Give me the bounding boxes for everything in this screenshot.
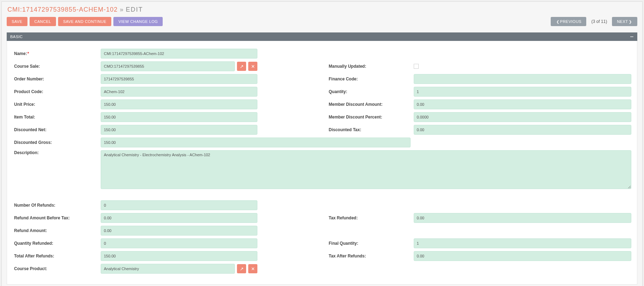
- save-and-continue-button[interactable]: SAVE AND CONTINUE: [58, 17, 111, 26]
- course-sale-lookup-button[interactable]: ↗: [237, 62, 246, 71]
- arrow-icon: ↗: [240, 64, 244, 69]
- label-refund-amount-before-tax: Refund Amount Before Tax:: [13, 215, 97, 220]
- page-subtitle: EDIT: [126, 6, 143, 13]
- label-discounted-gross: Discounted Gross:: [13, 140, 97, 145]
- save-button[interactable]: SAVE: [7, 17, 27, 26]
- label-order-number: Order Number:: [13, 77, 97, 81]
- product-code-field[interactable]: [101, 87, 257, 97]
- label-finance-code: Finance Code:: [327, 77, 410, 81]
- chevron-right-icon: ❯: [629, 20, 632, 24]
- order-number-field[interactable]: [101, 74, 257, 84]
- page-title-row: CMI:17147297539855-ACHEM-102 » EDIT: [7, 6, 637, 13]
- page-title: CMI:17147297539855-ACHEM-102: [7, 6, 118, 13]
- member-discount-percent-field[interactable]: [414, 112, 632, 122]
- item-total-field[interactable]: [101, 112, 257, 122]
- name-field[interactable]: [101, 49, 257, 59]
- course-product-clear-button[interactable]: ✕: [248, 264, 257, 273]
- section-header-basic[interactable]: BASIC −: [7, 32, 637, 41]
- next-button[interactable]: NEXT❯: [612, 17, 637, 26]
- arrow-icon: ↗: [240, 266, 244, 272]
- member-discount-amount-field[interactable]: [414, 99, 632, 109]
- course-sale-clear-button[interactable]: ✕: [248, 62, 257, 71]
- cancel-button[interactable]: CANCEL: [30, 17, 56, 26]
- label-discounted-tax: Discounted Tax:: [327, 127, 410, 132]
- label-tax-after-refunds: Tax After Refunds:: [327, 254, 410, 258]
- discounted-tax-field[interactable]: [414, 125, 632, 135]
- pager-label: (3 of 11): [588, 19, 610, 24]
- unit-price-field[interactable]: [101, 99, 257, 109]
- view-change-log-button[interactable]: VIEW CHANGE LOG: [113, 17, 163, 26]
- total-after-refunds-field[interactable]: [101, 251, 257, 261]
- label-tax-refunded: Tax Refunded:: [327, 215, 410, 220]
- tax-refunded-field[interactable]: [414, 213, 632, 223]
- label-refund-amount: Refund Amount:: [13, 228, 97, 233]
- section-title: BASIC: [10, 35, 23, 39]
- label-course-product: Course Product:: [13, 266, 97, 271]
- label-unit-price: Unit Price:: [13, 102, 97, 107]
- label-total-after-refunds: Total After Refunds:: [13, 254, 97, 258]
- label-item-total: Item Total:: [13, 115, 97, 120]
- label-name: Name:*: [13, 51, 97, 56]
- toolbar: SAVE CANCEL SAVE AND CONTINUE VIEW CHANG…: [7, 17, 637, 26]
- quantity-refunded-field[interactable]: [101, 238, 257, 248]
- close-icon: ✕: [251, 266, 255, 272]
- label-manually-updated: Manually Updated:: [327, 64, 410, 69]
- final-quantity-field[interactable]: [414, 238, 632, 248]
- label-discounted-net: Discounted Net:: [13, 127, 97, 132]
- label-final-quantity: Final Quantity:: [327, 241, 410, 246]
- discounted-net-field[interactable]: [101, 125, 257, 135]
- breadcrumb-separator: »: [120, 6, 124, 13]
- label-course-sale: Course Sale:: [13, 64, 97, 69]
- number-of-refunds-field[interactable]: [101, 200, 257, 210]
- label-number-of-refunds: Number Of Refunds:: [13, 203, 97, 208]
- label-member-discount-percent: Member Discount Percent:: [327, 115, 410, 120]
- label-product-code: Product Code:: [13, 89, 97, 94]
- manually-updated-checkbox[interactable]: [414, 64, 419, 69]
- label-quantity-refunded: Quantity Refunded:: [13, 241, 97, 246]
- label-description: Description:: [13, 150, 97, 155]
- section-body-basic: Name:* Course Sale: ↗ ✕ Manually Updated…: [7, 41, 637, 285]
- course-product-lookup-button[interactable]: ↗: [237, 264, 246, 273]
- collapse-icon[interactable]: −: [630, 35, 634, 38]
- label-quantity: Quantity:: [327, 89, 410, 94]
- course-sale-field[interactable]: [101, 61, 235, 71]
- refund-amount-before-tax-field[interactable]: [101, 213, 257, 223]
- discounted-gross-field[interactable]: [101, 138, 411, 147]
- previous-button[interactable]: ❮PREVIOUS: [551, 17, 586, 26]
- label-member-discount-amount: Member Discount Amount:: [327, 102, 410, 107]
- course-product-field[interactable]: [101, 264, 235, 274]
- description-field[interactable]: [101, 150, 631, 189]
- close-icon: ✕: [251, 64, 255, 69]
- chevron-left-icon: ❮: [556, 20, 559, 24]
- tax-after-refunds-field[interactable]: [414, 251, 632, 261]
- quantity-field[interactable]: [414, 87, 632, 97]
- finance-code-field[interactable]: [414, 74, 632, 84]
- refund-amount-field[interactable]: [101, 226, 257, 236]
